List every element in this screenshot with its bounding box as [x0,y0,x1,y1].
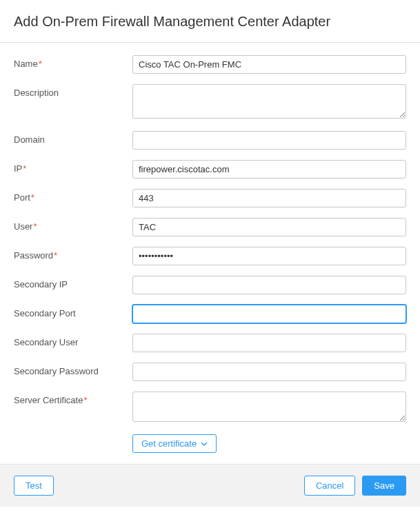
field-row-secondary-ip: Secondary IP [14,276,406,294]
secondary-password-label: Secondary Password [14,363,132,376]
dialog-footer: Test Cancel Save [0,464,420,507]
secondary-ip-label: Secondary IP [14,276,132,290]
dialog-title: Add On-Prem Firewall Management Center A… [14,14,406,30]
save-button[interactable]: Save [362,476,406,496]
user-input[interactable] [132,218,406,236]
domain-label: Domain [14,131,132,145]
ip-label: IP* [14,160,132,174]
field-row-ip: IP* [14,160,406,179]
field-row-port: Port* [14,189,406,207]
cancel-button[interactable]: Cancel [304,476,355,496]
port-label: Port* [14,189,132,203]
get-certificate-button[interactable]: Get certificate [132,434,217,453]
required-indicator: * [23,163,26,174]
field-row-secondary-port: Secondary Port [14,305,406,323]
required-indicator: * [54,250,57,261]
field-row-domain: Domain [14,131,406,150]
password-label: Password* [14,247,132,261]
chevron-down-icon [201,440,208,447]
user-label: User* [14,218,132,232]
test-button[interactable]: Test [14,476,54,496]
server-certificate-input[interactable] [132,392,406,422]
secondary-port-input[interactable] [132,305,406,323]
get-certificate-row: Get certificate [14,434,406,453]
ip-input[interactable] [132,160,406,179]
description-label: Description [14,84,132,98]
secondary-password-input[interactable] [132,363,406,381]
field-row-password: Password* [14,247,406,265]
secondary-user-label: Secondary User [14,334,132,347]
name-input[interactable] [132,55,406,74]
description-input[interactable] [132,84,406,119]
domain-input[interactable] [132,131,406,150]
field-row-description: Description [14,84,406,121]
password-input[interactable] [132,247,406,265]
required-indicator: * [31,192,34,203]
name-label: Name* [14,55,132,69]
required-indicator: * [33,221,37,232]
form-body: Name* Description Domain IP* Port* User*… [0,43,420,464]
field-row-secondary-user: Secondary User [14,334,406,352]
required-indicator: * [39,59,42,69]
required-indicator: * [83,395,87,405]
server-certificate-label: Server Certificate* [14,392,132,405]
port-input[interactable] [132,189,406,207]
secondary-ip-input[interactable] [132,276,406,294]
field-row-secondary-password: Secondary Password [14,363,406,381]
secondary-user-input[interactable] [132,334,406,352]
secondary-port-label: Secondary Port [14,305,132,318]
field-row-server-certificate: Server Certificate* [14,392,406,424]
field-row-name: Name* [14,55,406,74]
dialog-header: Add On-Prem Firewall Management Center A… [0,0,420,43]
field-row-user: User* [14,218,406,236]
